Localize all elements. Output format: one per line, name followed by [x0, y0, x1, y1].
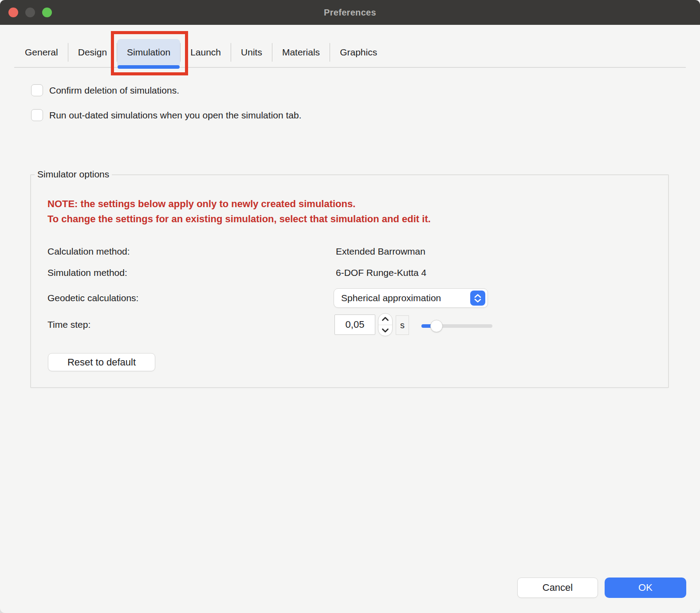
- time-step-slider[interactable]: [421, 319, 492, 333]
- slider-thumb[interactable]: [430, 320, 443, 332]
- geodetic-selected-option: Spherical approximation: [341, 293, 441, 303]
- title-bar: Preferences: [0, 0, 700, 25]
- note-line-2: To change the settings for an existing s…: [47, 212, 431, 227]
- minimize-button-icon[interactable]: [25, 8, 35, 17]
- time-step-input[interactable]: [334, 314, 375, 335]
- geodetic-calculations-select[interactable]: Spherical approximation: [334, 288, 488, 308]
- tab-materials[interactable]: Materials: [272, 39, 330, 66]
- time-step-unit[interactable]: s: [396, 315, 409, 335]
- close-button-icon[interactable]: [8, 8, 18, 17]
- popup-chevrons-icon: [470, 291, 485, 306]
- traffic-lights: [8, 8, 52, 17]
- tab-simulation[interactable]: Simulation: [117, 39, 180, 66]
- simulator-options-group: Simulator options NOTE: the settings bel…: [30, 174, 669, 388]
- selected-tab-underline: [118, 65, 180, 69]
- time-step-label: Time step:: [47, 319, 90, 330]
- tab-units[interactable]: Units: [231, 39, 272, 66]
- time-step-spinner[interactable]: [378, 313, 393, 336]
- simulation-method-value: 6-DOF Runge-Kutta 4: [336, 267, 426, 278]
- note-line-1: NOTE: the settings below apply only to n…: [47, 196, 431, 212]
- group-title: Simulator options: [35, 169, 112, 180]
- calculation-method-value: Extended Barrowman: [336, 246, 425, 257]
- cancel-button[interactable]: Cancel: [517, 578, 598, 598]
- reset-to-default-button[interactable]: Reset to default: [48, 353, 155, 371]
- run-outdated-label: Run out-dated simulations when you open …: [49, 110, 302, 121]
- confirm-deletion-label: Confirm deletion of simulations.: [49, 85, 179, 96]
- tab-general[interactable]: General: [15, 39, 68, 66]
- calculation-method-label: Calculation method:: [47, 246, 130, 257]
- run-outdated-row: Run out-dated simulations when you open …: [31, 109, 302, 121]
- tab-simulation-label: Simulation: [127, 47, 170, 58]
- tab-bar: General Design Simulation Launch Units M…: [15, 39, 387, 66]
- spinner-up-icon[interactable]: [378, 314, 392, 325]
- geodetic-calculations-label: Geodetic calculations:: [47, 293, 138, 303]
- confirm-deletion-row: Confirm deletion of simulations.: [31, 84, 179, 96]
- tab-launch[interactable]: Launch: [181, 39, 231, 66]
- spinner-down-icon[interactable]: [378, 325, 392, 336]
- confirm-deletion-checkbox[interactable]: [31, 84, 43, 96]
- run-outdated-checkbox[interactable]: [31, 109, 43, 121]
- tab-design[interactable]: Design: [68, 39, 117, 66]
- ok-button[interactable]: OK: [605, 578, 686, 598]
- tab-graphics[interactable]: Graphics: [330, 39, 387, 66]
- zoom-button-icon[interactable]: [42, 8, 52, 17]
- tab-bar-divider: [14, 67, 686, 68]
- window-title: Preferences: [324, 8, 376, 18]
- preferences-window: Preferences General Design Simulation La…: [0, 0, 700, 613]
- simulation-method-label: Simulation method:: [47, 267, 127, 278]
- note-text: NOTE: the settings below apply only to n…: [47, 196, 431, 227]
